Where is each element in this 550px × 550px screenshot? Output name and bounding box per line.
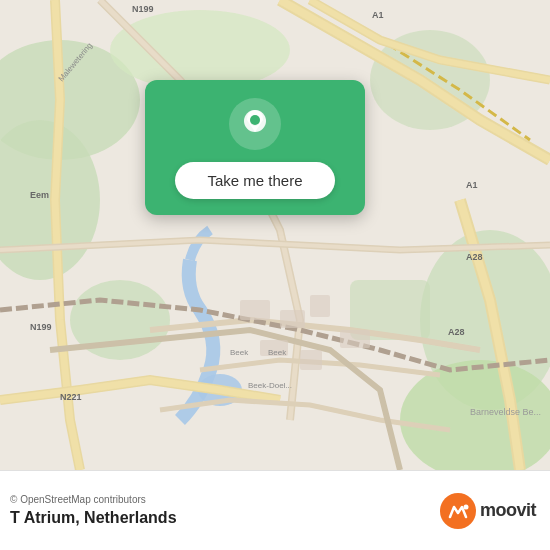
take-me-there-button[interactable]: Take me there	[175, 162, 334, 199]
svg-text:N199: N199	[30, 322, 52, 332]
map-background: N199 A1 A28 Eem N199 N221 A1 A28 Barneve…	[0, 0, 550, 470]
location-name: T Atrium, Netherlands	[10, 509, 177, 527]
svg-text:A1: A1	[372, 10, 384, 20]
svg-point-32	[250, 115, 260, 125]
svg-text:N199: N199	[132, 4, 154, 14]
svg-text:Barneveldse Be...: Barneveldse Be...	[470, 407, 541, 417]
svg-rect-11	[280, 310, 305, 328]
svg-point-34	[463, 504, 468, 509]
moovit-logo-icon	[440, 493, 476, 529]
svg-text:A1: A1	[466, 180, 478, 190]
location-pin-icon	[229, 98, 281, 150]
bottom-bar: © OpenStreetMap contributors T Atrium, N…	[0, 470, 550, 550]
svg-text:A28: A28	[466, 252, 483, 262]
svg-text:Eem: Eem	[30, 190, 49, 200]
svg-rect-15	[340, 330, 370, 348]
svg-point-7	[110, 10, 290, 90]
app-container: N199 A1 A28 Eem N199 N221 A1 A28 Barneve…	[0, 0, 550, 550]
osm-credit: © OpenStreetMap contributors	[10, 494, 177, 505]
svg-text:N221: N221	[60, 392, 82, 402]
svg-rect-10	[240, 300, 270, 320]
map-view: N199 A1 A28 Eem N199 N221 A1 A28 Barneve…	[0, 0, 550, 470]
moovit-branding: moovit	[440, 493, 536, 529]
location-card: Take me there	[145, 80, 365, 215]
location-info: © OpenStreetMap contributors T Atrium, N…	[10, 494, 177, 527]
svg-text:Beek: Beek	[268, 348, 287, 357]
svg-text:A28: A28	[448, 327, 465, 337]
moovit-label: moovit	[480, 500, 536, 521]
svg-rect-12	[310, 295, 330, 317]
svg-text:Beek-Doel...: Beek-Doel...	[248, 381, 292, 390]
svg-rect-14	[300, 350, 322, 370]
svg-text:Beek: Beek	[230, 348, 249, 357]
